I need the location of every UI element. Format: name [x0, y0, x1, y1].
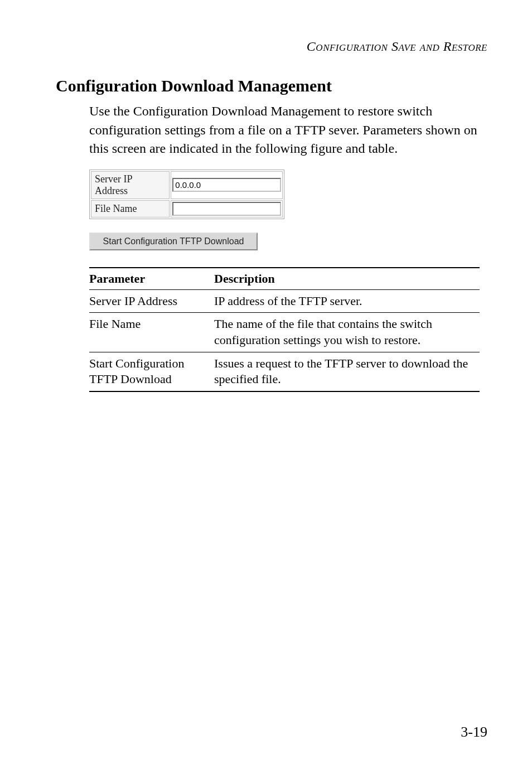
- param-desc: The name of the file that contains the s…: [214, 313, 480, 352]
- section-heading: Configuration Download Management: [56, 76, 487, 95]
- page: Configuration Save and Restore Configura…: [0, 0, 532, 774]
- form-row-file-name: File Name: [91, 200, 283, 217]
- param-desc: IP address of the TFTP server.: [214, 289, 480, 313]
- form-table: Server IP Address File Name: [89, 170, 284, 219]
- table-row: Start Configuration TFTP Download Issues…: [89, 352, 480, 391]
- running-header: Configuration Save and Restore: [56, 39, 487, 54]
- param-name: Server IP Address: [89, 289, 214, 313]
- start-download-button[interactable]: Start Configuration TFTP Download: [89, 233, 258, 250]
- page-number: 3-19: [461, 724, 487, 741]
- server-ip-input[interactable]: [172, 178, 281, 192]
- form-row-server-ip: Server IP Address: [91, 171, 283, 199]
- config-form: Server IP Address File Name: [89, 170, 284, 219]
- table-row: File Name The name of the file that cont…: [89, 313, 480, 352]
- server-ip-label: Server IP Address: [91, 171, 170, 199]
- col-header-parameter: Parameter: [89, 268, 214, 290]
- col-header-description: Description: [214, 268, 480, 290]
- parameter-table-header-row: Parameter Description: [89, 268, 480, 290]
- intro-paragraph: Use the Configuration Download Managemen…: [89, 102, 487, 158]
- param-name: File Name: [89, 313, 214, 352]
- file-name-label: File Name: [91, 200, 170, 217]
- parameter-table: Parameter Description Server IP Address …: [89, 267, 480, 392]
- file-name-input[interactable]: [172, 202, 281, 216]
- table-row: Server IP Address IP address of the TFTP…: [89, 289, 480, 313]
- server-ip-cell: [171, 171, 283, 199]
- file-name-cell: [171, 200, 283, 217]
- param-name: Start Configuration TFTP Download: [89, 352, 214, 391]
- param-desc: Issues a request to the TFTP server to d…: [214, 352, 480, 391]
